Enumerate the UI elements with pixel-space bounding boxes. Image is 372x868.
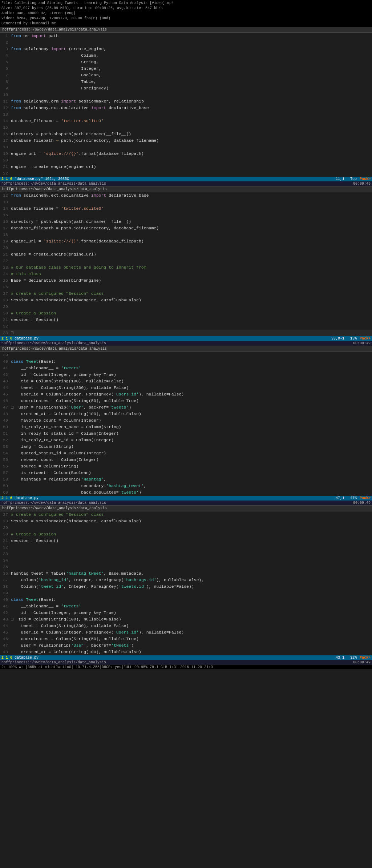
tab-bar-4: hoffprincess:~/swdev/data_analysis/data_… [0, 506, 372, 511]
code-line: 42 id = Column(Integer, primary_key=True… [0, 610, 372, 616]
status-right-2: 00:09:49 [353, 341, 371, 345]
code-line: 2 [0, 39, 372, 46]
filename-4: database.py [15, 656, 336, 660]
code-line: 30# Create a Session [0, 310, 372, 317]
code-line: 53 lang = Column(String) [0, 443, 372, 450]
code-line: 13 [0, 111, 372, 118]
code-line: 48 created_at = Column(String(100), null… [0, 411, 372, 417]
status-bar-2: 2 1 6 database.py 33,0-1 13% Pack> [0, 336, 372, 341]
code-line: 6 Integer, [0, 65, 372, 72]
code-line: 11from sqlalchemy.orm import sessionmake… [0, 98, 372, 105]
code-line: 56 source = Column(String) [0, 463, 372, 470]
code-line: 14database_filename = 'twitter.sqlite3' [0, 205, 372, 212]
code-line: 48 created_at = Column(String(100), null… [0, 649, 372, 655]
code-line: 41 __tablename__ = 'tweets' [0, 365, 372, 371]
scroll-pct-4: 32% [350, 656, 357, 660]
code-line: 31session = Session() [0, 538, 372, 544]
code-line: 40class Tweet(Base): [0, 596, 372, 603]
code-line: 47 user = relationship('User', backref='… [0, 642, 372, 649]
code-line: 46 coordinates = Column(String(50), null… [0, 636, 372, 642]
vim-mode-1: 2 1 6 [1, 177, 12, 181]
filename-3: database.py [15, 496, 336, 500]
vim-mode-2: 2 1 6 [1, 337, 12, 341]
status-right-4: 00:09:49 [353, 660, 371, 664]
code-area-4[interactable]: 27# create a configured "Session" class … [0, 511, 372, 655]
code-area-2[interactable]: 12from sqlalchemy.ext.declarative import… [0, 192, 372, 336]
status-right-1: 00:09:49 [353, 182, 371, 186]
breadcrumb-detail-1: hoffprincess:~/swdev/data_analysis/data_… [1, 182, 106, 186]
code-line: 29 [0, 304, 372, 310]
packix-logo-3: Pack> [360, 496, 371, 500]
code-line: 21engine = create_engine(engine_url) [0, 164, 372, 170]
editor-panel-4: hoffprincess:~/swdev/data_analysis/data_… [0, 506, 372, 670]
breadcrumb-1: hoffprincess:~/swdev/data_analysis/data_… [2, 28, 107, 32]
code-line: 22 [0, 258, 372, 264]
code-line: 60 back_populates='tweets') [0, 489, 372, 496]
packix-logo-1: Pack> [360, 177, 371, 181]
code-line: 57 is_retweet = Column(Boolean) [0, 470, 372, 476]
code-line: 15 [0, 212, 372, 218]
code-line: 7 Boolean, [0, 72, 372, 79]
code-line: 43 tid = Column(String(100), nullable=Fa… [0, 378, 372, 385]
code-line: 52 in_reply_to_user_id = Column(Integer) [0, 437, 372, 443]
code-line: 30# Create a Session [0, 531, 372, 538]
code-line: 19engine_url = 'sqlite:///{}'.format(dat… [0, 238, 372, 245]
code-line: 39 [0, 590, 372, 596]
code-line: 18 [0, 144, 372, 150]
code-line: 3from sqlalchemy import (create_engine, [0, 46, 372, 52]
code-line: 27# create a configured "Session" class [0, 290, 372, 297]
code-line: 47□ user = relationship('User', backref=… [0, 404, 372, 411]
code-line: 24# this class [0, 271, 372, 277]
editor-panel-2: hoffprincess:~/swdev/data_analysis/data_… [0, 186, 372, 346]
code-line: 16directory = path.abspath(path.dirname(… [0, 218, 372, 225]
code-line: 14database_filename = 'twitter.sqlite3' [0, 118, 372, 124]
code-line: 5 String, [0, 59, 372, 65]
cursor-pos-2: 33,0-1 [331, 337, 344, 341]
code-line: 12from sqlalchemy.ext.declarative import… [0, 105, 372, 111]
code-line: 45 user_id = Column(Integer, ForeignKey(… [0, 629, 372, 636]
code-line: 33 [0, 551, 372, 557]
code-line: 20 [0, 157, 372, 164]
code-line: 37 Column('hashtag_id', Integer, Foreign… [0, 577, 372, 583]
code-line: 17database_filepath ⇒ path.join(director… [0, 137, 372, 144]
code-line: 51 in_reply_to_status_id = Column(Intege… [0, 430, 372, 437]
code-line: 49 favorite_count = Column(Integer) [0, 417, 372, 424]
code-area-1[interactable]: 1from os import path 2 3from sqlalchemy … [0, 33, 372, 177]
code-line: 8 Table, [0, 79, 372, 85]
scroll-pct-2: 13% [350, 337, 357, 341]
status-right-3: 00:09:49 [353, 501, 371, 505]
code-line: 58 hashtags = relationship('Hashtag', [0, 476, 372, 483]
code-line: 29 [0, 525, 372, 531]
code-line: 44 tweet = Column(String(300), nullable=… [0, 623, 372, 629]
status-bar-1: 2 1 6 "database.py" 102L, 3085C 11,1 Top… [0, 177, 372, 181]
code-line: 54 quoted_status_id = Column(Integer) [0, 450, 372, 457]
breadcrumb-detail-2: hoffprincess:~/swdev/data_analysis/data_… [1, 341, 106, 345]
breadcrumb-3: hoffprincess:~/swdev/data_analysis/data_… [2, 347, 107, 351]
code-line: 12from sqlalchemy.ext.declarative import… [0, 192, 372, 199]
code-line: 45 user_id = Column(Integer, ForeignKey(… [0, 391, 372, 398]
code-line: 46 coordinates = Column(String(50), null… [0, 398, 372, 404]
code-area-3[interactable]: 39 40class Tweet(Base): 41 __tablename__… [0, 352, 372, 496]
status-detail-bar-2: hoffprincess:~/swdev/data_analysis/data_… [0, 341, 372, 346]
code-line: 33□ [0, 330, 372, 336]
code-line: 39 [0, 352, 372, 358]
bottom-status-bar: 2: 100% W: |865% at midatlantic0| 10.71.… [0, 665, 372, 670]
code-line: 40class Tweet(Base): [0, 358, 372, 365]
tab-bar-3: hoffprincess:~/swdev/data_analysis/data_… [0, 346, 372, 352]
code-line: 32 [0, 323, 372, 330]
code-line: 28Session = sessionmaker(bind=engine, au… [0, 518, 372, 525]
breadcrumb-detail-4: hoffprincess:~/swdev/data_analysis/data_… [1, 660, 106, 664]
tab-bar-2: hoffprincess:~/swdev/data_analysis/data_… [0, 186, 372, 192]
code-line: 59 secondary='hashtag_tweet', [0, 483, 372, 489]
status-bar-4: 2 1 6 database.py 43,1 32% Pack> [0, 655, 372, 660]
cursor-pos-4: 43,1 [336, 656, 344, 660]
status-detail-bar-3: hoffprincess:~/swdev/data_analysis/data_… [0, 501, 372, 505]
code-line: 34 [0, 557, 372, 564]
code-line: 13 [0, 199, 372, 205]
code-line: 18 [0, 232, 372, 238]
code-line: 19engine_url = 'sqlite:///{}'.format(dat… [0, 150, 372, 157]
cursor-pos-3: 47,1 [336, 496, 344, 500]
code-line: 1from os import path [0, 33, 372, 39]
code-line: 36hashtag_tweet = Table('hashtag_tweet',… [0, 570, 372, 577]
vim-mode-4: 2 1 6 [1, 656, 12, 660]
